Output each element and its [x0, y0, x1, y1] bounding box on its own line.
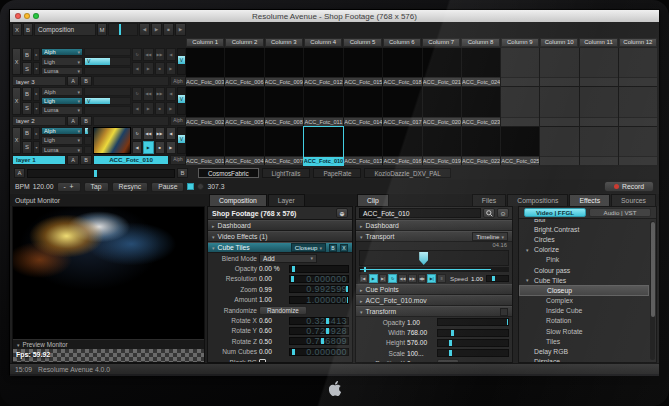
effect-item[interactable]: ▾Cube Tiles — [519, 275, 649, 285]
composition-fader-handle[interactable] — [119, 24, 121, 35]
column-header[interactable]: Column 2 — [225, 38, 263, 47]
prev-icon[interactable]: ◀ — [132, 62, 142, 75]
clip-cell[interactable]: ACC_Fotc_017 — [383, 87, 421, 125]
crossfader-track[interactable] — [27, 169, 175, 178]
blend-option[interactable]: Alph▾ — [41, 87, 83, 95]
loop-icon[interactable]: ↻ — [132, 87, 142, 100]
slider-handle[interactable] — [326, 318, 329, 324]
deck-tab[interactable]: CosmosFabric — [198, 168, 259, 178]
param-slider[interactable]: 1.000000 — [289, 296, 349, 304]
effect-item[interactable]: Delay RGB — [519, 346, 649, 356]
clip-target-icon[interactable]: ⊙ — [497, 208, 509, 218]
layer-active-clip-name[interactable] — [93, 76, 169, 86]
loop-icon[interactable]: ↻ — [132, 127, 142, 140]
prev-icon[interactable]: ◀ — [132, 141, 142, 154]
clip-cell[interactable]: ACC_Fotc_007 — [265, 127, 303, 165]
deck-tab[interactable]: LightTrails — [262, 168, 311, 178]
tab-files[interactable]: Files — [472, 194, 506, 206]
effect-item[interactable]: Rotation — [519, 316, 649, 326]
close-window-button[interactable] — [15, 13, 21, 19]
layer-eject-button[interactable]: X — [12, 48, 21, 75]
slider-handle[interactable] — [449, 340, 452, 346]
layer-blend-mini[interactable]: Alph — [170, 116, 186, 126]
layer-b-button[interactable]: B — [80, 76, 92, 86]
clip-cell[interactable]: ACC_Fotc_025 — [501, 127, 539, 165]
transport-mode-dropdown[interactable]: Timeline ▾ — [472, 232, 508, 241]
dashboard-section-header[interactable]: ▸ Dashboard — [208, 220, 352, 231]
clip-cell[interactable] — [580, 87, 618, 125]
column-header[interactable]: Column 9 — [501, 38, 539, 47]
composition-transport-icon[interactable]: ▶ — [175, 23, 186, 36]
clip-cell[interactable] — [540, 127, 578, 165]
randomize-button[interactable]: Randomize — [259, 306, 307, 315]
ff-icon[interactable]: ▶▶ — [155, 127, 165, 140]
stop-icon[interactable]: ■ — [155, 62, 165, 75]
video-effects-section-header[interactable]: ▾ Video Effects (1) — [208, 231, 352, 242]
column-header[interactable]: Column 11 — [579, 38, 617, 47]
layer-b-button[interactable]: B — [80, 155, 92, 165]
clip-cell[interactable] — [501, 87, 539, 125]
bpm-decrease-button[interactable]: - — [64, 183, 66, 190]
minus-button[interactable]: - — [443, 361, 445, 362]
column-header[interactable]: Column 8 — [461, 38, 499, 47]
pause-button[interactable]: Pause — [151, 182, 184, 192]
composition-transport-icon[interactable]: ◀ — [139, 23, 150, 36]
slider-handle[interactable] — [292, 266, 295, 272]
layer-blend-mini[interactable]: Alph — [170, 76, 186, 86]
ff-icon[interactable]: ▶▶ — [155, 48, 165, 61]
layer-eject-button[interactable]: X — [12, 127, 21, 154]
speaker-icon[interactable]: ◀ — [166, 48, 176, 61]
transport-section-header[interactable]: ▾ Transport Timeline ▾ — [356, 231, 512, 242]
composition-transport-icon[interactable]: ■ — [163, 23, 174, 36]
clip-cell[interactable] — [619, 87, 657, 125]
slider-handle[interactable] — [326, 328, 329, 334]
stop-icon[interactable]: ■ — [155, 102, 165, 115]
speed-slider[interactable] — [486, 275, 509, 282]
clip-cell[interactable]: ACC_Fotc_015 — [344, 48, 382, 86]
param-slider[interactable]: 0.720928 — [289, 327, 349, 335]
clip-cell[interactable]: ACC_Fotc_016 — [383, 127, 421, 165]
composition-transport-icon[interactable]: ▶ — [151, 23, 162, 36]
crossfader-a-button[interactable]: A — [14, 168, 25, 178]
next-icon[interactable]: ▶ — [166, 141, 176, 154]
clip-cell[interactable]: ACC_Fotc_010 — [304, 127, 343, 165]
param-slider[interactable] — [437, 349, 509, 357]
timeline-playhead-area[interactable] — [359, 250, 509, 266]
expand-arrow-icon[interactable]: ▸ — [33, 87, 40, 100]
rew-icon[interactable]: ◀◀ — [143, 48, 153, 61]
deck-tab[interactable]: PapeRate — [313, 168, 361, 178]
prev-icon[interactable]: ◀ — [132, 102, 142, 115]
bpm-value[interactable]: 120.00 — [33, 183, 54, 190]
layer-a-button[interactable]: A — [67, 76, 79, 86]
effect-item[interactable]: Displace — [519, 357, 649, 362]
clip-cell[interactable]: ACC_Fotc_023 — [462, 87, 500, 125]
preview-monitor-header[interactable]: ▾ Preview Monitor — [13, 339, 204, 349]
go-start-button[interactable]: |◀ — [359, 274, 368, 283]
clip-cell[interactable] — [619, 127, 657, 165]
loop-icon[interactable]: ↻ — [132, 48, 142, 61]
tab-composition[interactable]: Composition — [209, 194, 267, 206]
fast-forward-button[interactable]: ▶▶ — [408, 274, 417, 283]
play-icon[interactable]: ▶ — [143, 141, 153, 154]
clip-name-field[interactable]: ACC_Fotc_010 — [359, 208, 481, 218]
param-slider[interactable]: 0.323413 — [289, 317, 349, 325]
param-slider[interactable]: 0.992599 — [289, 285, 349, 293]
blend-option[interactable]: Ligh▾ — [41, 136, 83, 144]
param-slider[interactable] — [289, 265, 349, 273]
effect-bypass-button[interactable]: B — [329, 244, 337, 252]
blend-option[interactable]: Luma▾ — [41, 67, 83, 75]
ff-icon[interactable]: ▶▶ — [155, 87, 165, 100]
subtab[interactable]: Audio | VST — [589, 208, 651, 217]
composition-eject-button[interactable]: X — [12, 23, 22, 36]
clip-cell[interactable]: ACC_Fotc_020 — [423, 87, 461, 125]
composition-master-button[interactable]: M — [97, 23, 107, 36]
layer-active-clip-name[interactable] — [93, 116, 169, 126]
column-header[interactable]: Column 7 — [422, 38, 460, 47]
clip-cell[interactable]: ACC_Fotc_005 — [225, 87, 263, 125]
subtab[interactable]: Video | FFGL — [524, 208, 586, 217]
bpm-stepper[interactable]: - + — [57, 182, 81, 192]
clip-cell[interactable] — [501, 48, 539, 86]
layer-solo-button[interactable]: S — [22, 102, 32, 115]
collapse-arrow-icon[interactable]: ▾ — [33, 102, 40, 115]
scrollbar-thumb[interactable] — [651, 222, 655, 317]
